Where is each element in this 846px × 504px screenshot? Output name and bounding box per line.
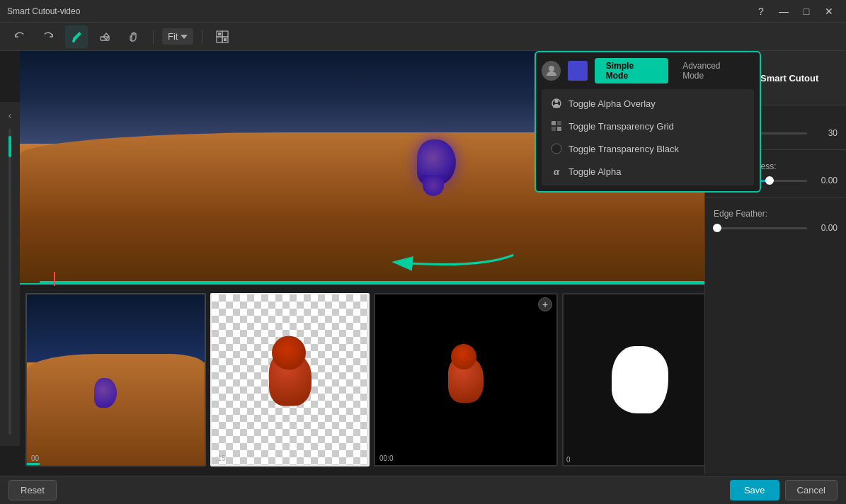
brush-button[interactable]: [65, 25, 88, 48]
timeline-progress-bar: [40, 281, 704, 283]
edge-thickness-value: 0.00: [813, 176, 838, 185]
toggle-alpha-overlay-label: Toggle Alpha Overlay: [568, 98, 656, 109]
toggle-transparency-grid-icon: [550, 120, 563, 132]
thumb-frame-mask: 0: [562, 293, 704, 466]
reset-button[interactable]: Reset: [8, 480, 57, 500]
toggle-alpha-icon: α: [550, 165, 563, 178]
edge-feather-slider-row: 0.00: [714, 223, 838, 233]
svg-rect-3: [218, 33, 221, 35]
edge-feather-value: 0.00: [813, 223, 838, 233]
thumb-mask-shape: [612, 346, 668, 413]
figure-on-sand: [417, 139, 467, 196]
app-title: Smart Cutout-video: [7, 6, 80, 16]
thumb-time-1: 00: [31, 454, 39, 462]
svg-rect-4: [222, 31, 228, 37]
thumbnail-strip: 00 :15: [20, 283, 704, 474]
bottom-bar: Reset Save Cancel: [0, 476, 846, 504]
toggle-alpha-item[interactable]: α Toggle Alpha: [542, 160, 754, 183]
fit-label: Fit: [168, 31, 178, 42]
side-nav: ‹: [0, 102, 20, 446]
edge-feather-track[interactable]: [714, 227, 807, 229]
checkered-button[interactable]: [211, 25, 234, 48]
toggle-transparency-black-label: Toggle Transparency Black: [568, 144, 679, 154]
close-button[interactable]: ✕: [819, 1, 839, 21]
title-bar: Smart Cutout-video ? — □ ✕: [0, 0, 846, 23]
thumb-img-desert: [27, 294, 205, 465]
maximize-button[interactable]: □: [796, 1, 816, 21]
thumb-frame-black: 00:0 +: [374, 293, 558, 466]
mode-color-swatch[interactable]: [568, 61, 587, 81]
thumb-time-3: 00:0: [379, 454, 393, 462]
thumb-time-2: :15: [216, 454, 226, 462]
thumb-frame-original: 00: [25, 293, 206, 466]
mode-tabs: Simple Mode Advanced Mode: [542, 58, 754, 84]
title-bar-left: Smart Cutout-video: [7, 6, 80, 16]
side-progress-track: [8, 129, 11, 435]
toolbar-sep: [153, 30, 154, 44]
svg-point-9: [549, 66, 554, 71]
edge-feather-label: Edge Feather:: [714, 209, 838, 219]
svg-point-11: [555, 100, 559, 103]
thumb-add-btn[interactable]: +: [538, 297, 552, 311]
help-button[interactable]: ?: [751, 1, 771, 21]
toolbar-sep2: [202, 30, 202, 44]
svg-rect-7: [217, 37, 222, 42]
figure-blob-bottom: [423, 175, 444, 196]
toggle-alpha-label: Toggle Alpha: [568, 166, 621, 177]
toolbar: Fit: [0, 23, 846, 51]
simple-mode-tab[interactable]: Simple Mode: [595, 58, 668, 84]
right-panel-title: Smart Cutout: [760, 73, 818, 84]
toggle-transparency-grid-item[interactable]: Toggle Transparency Grid: [542, 115, 754, 137]
mode-panel: Simple Mode Advanced Mode Toggle Alpha O…: [535, 51, 761, 193]
side-nav-left[interactable]: ‹: [2, 108, 18, 123]
minimize-button[interactable]: —: [774, 1, 794, 21]
thumbnail-black[interactable]: 00:0 +: [374, 293, 558, 466]
thumb-frame-transparent: :15: [210, 293, 370, 466]
right-panel-title-area: Smart Cutout: [760, 73, 818, 84]
redo-button[interactable]: [37, 25, 59, 48]
figure-blob-body: [417, 139, 456, 185]
toggle-alpha-overlay-icon: [550, 97, 563, 110]
save-button[interactable]: Save: [730, 480, 779, 500]
thumb-time-4: 0: [566, 456, 571, 464]
toggle-transparency-grid-label: Toggle Transparency Grid: [568, 121, 674, 132]
edge-thickness-thumb[interactable]: [765, 176, 774, 185]
mode-avatar: [542, 61, 561, 81]
advanced-mode-tab[interactable]: Advanced Mode: [671, 58, 754, 84]
thumbnail-original[interactable]: 00: [25, 293, 206, 466]
hand-button[interactable]: [122, 25, 144, 48]
svg-rect-12: [551, 121, 556, 125]
toggle-transparency-black-item[interactable]: Toggle Transparency Black: [542, 137, 754, 160]
svg-rect-14: [551, 127, 556, 131]
thumbnail-transparent[interactable]: :15: [210, 293, 370, 466]
thumbnail-mask[interactable]: 0: [562, 293, 704, 466]
svg-rect-13: [557, 121, 561, 125]
side-progress-thumb: [8, 136, 11, 157]
fit-selector[interactable]: Fit: [162, 28, 193, 45]
playhead: [54, 272, 55, 286]
dropdown-menu: Toggle Alpha Overlay Toggle Transparency…: [542, 89, 754, 185]
toggle-alpha-overlay-item[interactable]: Toggle Alpha Overlay: [542, 92, 754, 115]
thumb-figure-transparent: [269, 353, 311, 406]
svg-point-0: [72, 40, 75, 42]
svg-rect-15: [557, 127, 561, 131]
eraser-button[interactable]: [93, 25, 116, 48]
edge-feather-thumb[interactable]: [713, 224, 721, 232]
cancel-button[interactable]: Cancel: [785, 480, 838, 500]
undo-button[interactable]: [8, 25, 31, 48]
edge-feather-section: Edge Feather: 0.00: [705, 200, 846, 241]
svg-point-16: [551, 144, 561, 154]
divider-2: [705, 197, 846, 197]
title-bar-controls: ? — □ ✕: [751, 1, 839, 21]
brush-size-value: 30: [813, 128, 838, 138]
svg-rect-6: [224, 38, 227, 41]
bottom-right-buttons: Save Cancel: [730, 480, 838, 500]
toggle-transparency-black-icon: [550, 142, 563, 155]
